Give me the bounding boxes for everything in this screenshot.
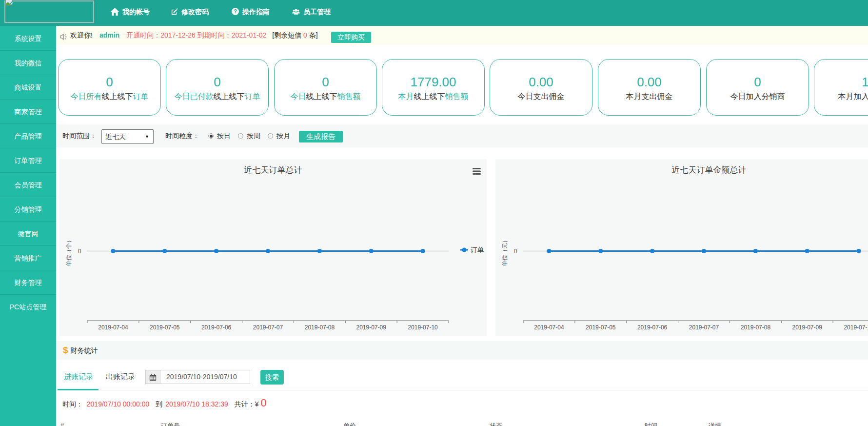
svg-text:订单: 订单 xyxy=(470,246,484,254)
svg-text:2019-07-06: 2019-07-06 xyxy=(201,324,232,331)
svg-text:2019-07-10: 2019-07-10 xyxy=(408,324,438,331)
svg-text:2019-07-07: 2019-07-07 xyxy=(689,324,719,331)
svg-text:2019-07-07: 2019-07-07 xyxy=(253,324,283,331)
svg-text:2019-07-04: 2019-07-04 xyxy=(98,324,128,331)
svg-text:2019-07-08: 2019-07-08 xyxy=(741,324,771,331)
svg-text:2019-07-04: 2019-07-04 xyxy=(534,324,564,331)
svg-text:2019-07-06: 2019-07-06 xyxy=(637,324,668,331)
svg-text:?: ? xyxy=(234,9,237,15)
svg-text:近七天订单总计: 近七天订单总计 xyxy=(244,165,302,175)
svg-text:2019-07-05: 2019-07-05 xyxy=(586,324,616,331)
svg-text:近七天订单金额总计: 近七天订单金额总计 xyxy=(672,165,747,175)
svg-text:2019-07-05: 2019-07-05 xyxy=(150,324,180,331)
svg-text:0: 0 xyxy=(514,248,517,255)
svg-text:单位（元）: 单位（元） xyxy=(501,237,508,266)
svg-text:单位（个）: 单位（个） xyxy=(65,237,72,266)
svg-text:2019-07-09: 2019-07-09 xyxy=(792,324,823,331)
svg-text:2019-07-10: 2019-07-10 xyxy=(844,324,868,331)
svg-text:2019-07-08: 2019-07-08 xyxy=(305,324,335,331)
svg-text:2019-07-09: 2019-07-09 xyxy=(356,324,387,331)
svg-text:0: 0 xyxy=(78,248,81,255)
